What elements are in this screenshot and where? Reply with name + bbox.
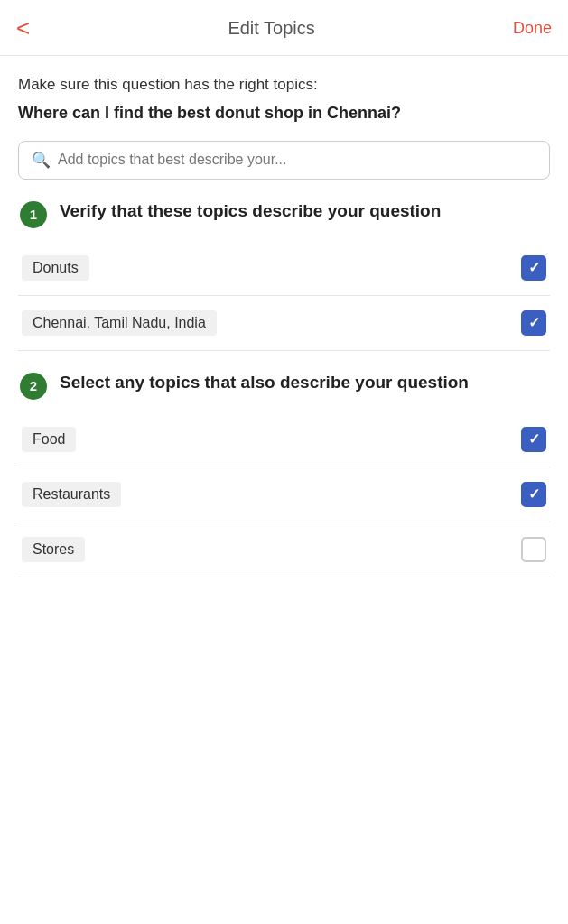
checkmark-restaurants: ✓ [528, 487, 540, 502]
topic-row-stores[interactable]: Stores ✓ [18, 522, 550, 578]
section2-header: 2 Select any topics that also describe y… [18, 371, 550, 400]
search-input[interactable] [58, 152, 536, 168]
topic-label-donuts: Donuts [22, 255, 89, 281]
checkbox-food[interactable]: ✓ [521, 427, 546, 452]
step2-badge: 2 [20, 373, 47, 400]
topic-row-donuts[interactable]: Donuts ✓ [18, 241, 550, 296]
header-title: Edit Topics [37, 18, 506, 39]
search-box[interactable]: 🔍 [18, 141, 550, 180]
checkbox-donuts[interactable]: ✓ [521, 255, 546, 281]
intro-description: Make sure this question has the right to… [18, 74, 550, 97]
section1-title: Verify that these topics describe your q… [60, 199, 441, 223]
search-icon: 🔍 [32, 151, 51, 170]
header: < Edit Topics Done [0, 0, 568, 56]
intro-question: Where can I find the best donut shop in … [18, 102, 550, 125]
topic-label-chennai: Chennai, Tamil Nadu, India [22, 310, 217, 336]
checkbox-restaurants[interactable]: ✓ [521, 482, 546, 507]
section2-title: Select any topics that also describe you… [60, 371, 469, 394]
checkmark-donuts: ✓ [528, 261, 540, 275]
checkbox-stores[interactable]: ✓ [521, 537, 546, 562]
section1-topics: Donuts ✓ Chennai, Tamil Nadu, India ✓ [18, 241, 550, 351]
checkmark-chennai: ✓ [528, 316, 540, 330]
main-content: Make sure this question has the right to… [0, 56, 568, 578]
done-button[interactable]: Done [506, 17, 552, 40]
checkmark-food: ✓ [528, 432, 540, 447]
topic-label-restaurants: Restaurants [22, 482, 121, 507]
topic-row-restaurants[interactable]: Restaurants ✓ [18, 467, 550, 522]
topic-row-chennai[interactable]: Chennai, Tamil Nadu, India ✓ [18, 296, 550, 351]
topic-label-stores: Stores [22, 537, 85, 562]
topic-row-food[interactable]: Food ✓ [18, 412, 550, 467]
section1-header: 1 Verify that these topics describe your… [18, 199, 550, 228]
step1-badge: 1 [20, 201, 47, 228]
topic-label-food: Food [22, 427, 76, 452]
back-button[interactable]: < [16, 13, 37, 44]
section2-topics: Food ✓ Restaurants ✓ Stores ✓ [18, 412, 550, 578]
checkbox-chennai[interactable]: ✓ [521, 310, 546, 336]
